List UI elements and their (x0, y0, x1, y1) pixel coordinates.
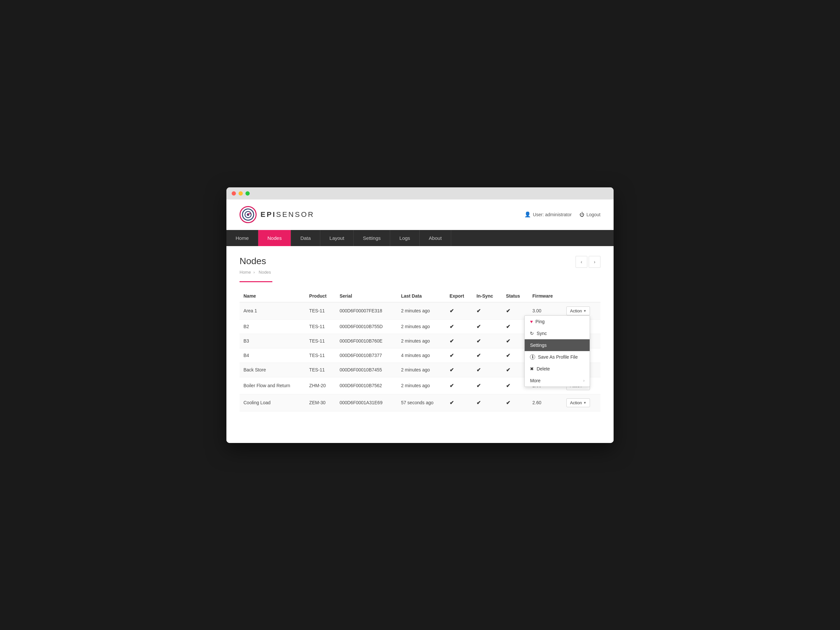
node-serial: 000D6F00010B7455 (336, 363, 397, 377)
dropdown-settings[interactable]: Settings (525, 339, 590, 351)
caret-icon: ▼ (583, 401, 586, 404)
dropdown-save-profile[interactable]: ℹ Save As Profile File (525, 351, 590, 363)
node-firmware: 2.60 (529, 394, 563, 411)
save-profile-label: Save As Profile File (538, 354, 578, 360)
node-insync: ✔ (472, 334, 502, 348)
table-row: Cooling Load ZEM-30 000D6F0001A31E69 57 … (240, 394, 600, 411)
logo-text: EPISENSOR (261, 210, 314, 219)
node-lastdata: 2 minutes ago (397, 334, 445, 348)
dropdown-delete[interactable]: ✖ Delete (525, 363, 590, 375)
node-lastdata: 2 minutes ago (397, 377, 445, 394)
delete-label: Delete (537, 366, 549, 371)
nav-settings[interactable]: Settings (354, 230, 390, 246)
node-serial: 000D6F00010B7377 (336, 348, 397, 363)
node-product: ZHM-20 (305, 377, 336, 394)
col-product: Product (305, 290, 336, 302)
pagination: ‹ › (576, 256, 600, 268)
more-label: More (530, 378, 540, 383)
node-export: ✔ (445, 334, 472, 348)
next-page-button[interactable]: › (589, 256, 600, 268)
node-insync: ✔ (472, 363, 502, 377)
node-action-cell: Action ▼ ♥ Ping ↻ (562, 302, 600, 320)
header-right: 👤 User: administrator ⏻ Logout (524, 211, 600, 218)
node-product: ZEM-30 (305, 394, 336, 411)
nav-data[interactable]: Data (291, 230, 320, 246)
node-serial: 000D6F00010B760E (336, 334, 397, 348)
node-serial: 000D6F00010B755D (336, 319, 397, 334)
close-button[interactable] (232, 191, 236, 196)
settings-label: Settings (530, 343, 547, 348)
dropdown-more[interactable]: More › (525, 375, 590, 387)
node-insync: ✔ (472, 377, 502, 394)
arrow-icon: › (583, 378, 584, 383)
breadcrumb-home[interactable]: Home (240, 270, 251, 275)
nav-nodes[interactable]: Nodes (258, 230, 291, 246)
col-serial: Serial (336, 290, 397, 302)
node-export: ✔ (445, 302, 472, 320)
node-insync: ✔ (472, 302, 502, 320)
node-export: ✔ (445, 394, 472, 411)
dropdown-ping[interactable]: ♥ Ping (525, 316, 590, 327)
ping-label: Ping (535, 319, 545, 324)
sync-label: Sync (537, 331, 547, 336)
minimize-button[interactable] (238, 191, 243, 196)
logout-label: Logout (586, 212, 600, 217)
tab-underline (240, 281, 272, 282)
node-lastdata: 57 seconds ago (397, 394, 445, 411)
action-label: Action (570, 308, 582, 313)
action-button[interactable]: Action ▼ (566, 398, 590, 407)
nav-about[interactable]: About (420, 230, 451, 246)
info-icon: ℹ (530, 354, 535, 360)
node-serial: 000D6F00007FE318 (336, 302, 397, 320)
action-label: Action (570, 400, 582, 405)
node-name: Cooling Load (240, 394, 305, 411)
nodes-table: Name Product Serial Last Data Export In-… (240, 290, 600, 412)
delete-icon: ✖ (530, 366, 534, 371)
user-label: User: administrator (533, 212, 572, 217)
node-lastdata: 2 minutes ago (397, 363, 445, 377)
heart-icon: ♥ (530, 319, 532, 324)
node-name: Back Store (240, 363, 305, 377)
logo-svg (242, 208, 254, 221)
main-content: Nodes ‹ › Home › Nodes Name Product (226, 246, 614, 443)
col-action (562, 290, 600, 302)
page-header: Nodes ‹ › (240, 256, 600, 268)
user-icon: 👤 (524, 211, 531, 218)
logout-icon: ⏻ (579, 212, 584, 217)
breadcrumb-current: Nodes (259, 270, 271, 275)
nav-layout[interactable]: Layout (320, 230, 354, 246)
table-row: Area 1 TES-11 000D6F00007FE318 2 minutes… (240, 302, 600, 320)
logout-button[interactable]: ⏻ Logout (579, 212, 600, 217)
logo-icon (240, 206, 257, 223)
node-product: TES-11 (305, 302, 336, 320)
nav-home[interactable]: Home (226, 230, 258, 246)
node-name: B2 (240, 319, 305, 334)
node-product: TES-11 (305, 348, 336, 363)
col-insync: In-Sync (472, 290, 502, 302)
node-export: ✔ (445, 348, 472, 363)
titlebar (226, 187, 614, 199)
sync-icon: ↻ (530, 331, 534, 336)
maximize-button[interactable] (245, 191, 250, 196)
breadcrumb: Home › Nodes (240, 270, 600, 275)
action-button[interactable]: Action ▼ (566, 306, 590, 315)
node-name: B3 (240, 334, 305, 348)
node-export: ✔ (445, 363, 472, 377)
action-dropdown-menu: ♥ Ping ↻ Sync Settings (524, 315, 590, 387)
node-export: ✔ (445, 319, 472, 334)
node-insync: ✔ (472, 319, 502, 334)
node-insync: ✔ (472, 394, 502, 411)
page-title: Nodes (240, 256, 266, 267)
dropdown-sync[interactable]: ↻ Sync (525, 327, 590, 339)
node-product: TES-11 (305, 334, 336, 348)
node-insync: ✔ (472, 348, 502, 363)
nav-logs[interactable]: Logs (390, 230, 420, 246)
app-window: EPISENSOR 👤 User: administrator ⏻ Logout… (226, 187, 614, 443)
prev-page-button[interactable]: ‹ (576, 256, 587, 268)
node-product: TES-11 (305, 319, 336, 334)
breadcrumb-separator: › (253, 270, 256, 275)
node-export: ✔ (445, 377, 472, 394)
node-lastdata: 4 minutes ago (397, 348, 445, 363)
node-name: Area 1 (240, 302, 305, 320)
app-header: EPISENSOR 👤 User: administrator ⏻ Logout (226, 199, 614, 230)
